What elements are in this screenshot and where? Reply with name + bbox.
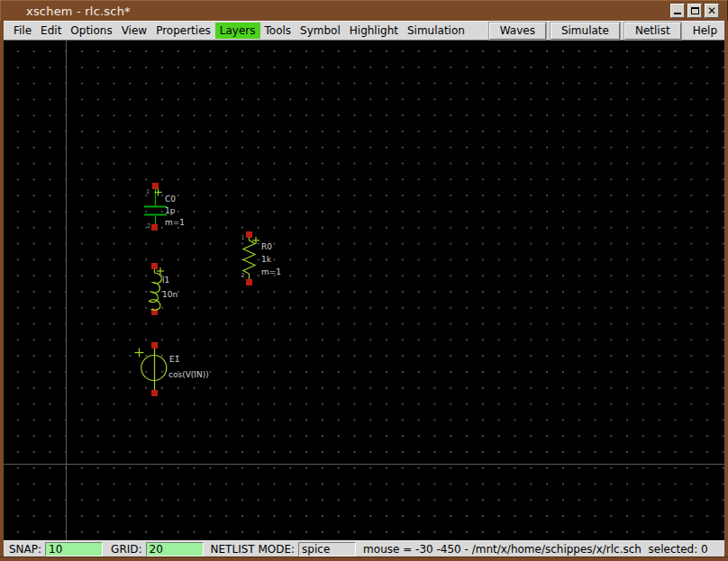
pin-number: 2 bbox=[147, 222, 150, 230]
component-value: 1k bbox=[261, 255, 272, 264]
plus-mark-icon bbox=[135, 348, 144, 357]
menu-symbol[interactable]: Symbol bbox=[296, 23, 345, 39]
component-value: 1p bbox=[165, 206, 176, 215]
component-inductor-l1[interactable]: l1 10n bbox=[150, 263, 178, 315]
inductor-coil bbox=[150, 269, 162, 310]
component-source-e1[interactable]: E1 cos(V(IN)) bbox=[135, 342, 209, 396]
component-ref: C0 bbox=[165, 195, 176, 204]
grid-label: GRID: bbox=[111, 543, 141, 556]
maximize-button[interactable] bbox=[687, 4, 702, 18]
menu-view[interactable]: View bbox=[117, 23, 151, 39]
pin-square bbox=[246, 231, 252, 238]
pin-number: 1 bbox=[146, 188, 150, 195]
pin-square bbox=[151, 263, 158, 269]
window-body: File Edit Options View Properties Layers… bbox=[0, 21, 728, 556]
snap-input[interactable]: 10 bbox=[45, 542, 103, 556]
component-ref: l1 bbox=[162, 276, 169, 285]
close-button[interactable]: ✕ bbox=[705, 4, 719, 18]
menu-action-buttons: Waves Simulate Netlist Help bbox=[489, 23, 724, 40]
netlist-button[interactable]: Netlist bbox=[624, 23, 681, 40]
component-capacitor-c0[interactable]: 1 2 C0 1p m=1 bbox=[144, 183, 185, 231]
mouse-status-text: mouse = -30 -450 - /mnt/x/home/schippes/… bbox=[363, 543, 708, 556]
menu-properties[interactable]: Properties bbox=[151, 23, 215, 39]
window-frame-bottom bbox=[0, 556, 728, 561]
menu-edit[interactable]: Edit bbox=[36, 23, 66, 39]
menu-help[interactable]: Help bbox=[686, 23, 723, 39]
pin-square bbox=[246, 279, 252, 285]
pin-square bbox=[151, 342, 158, 348]
component-ref: R0 bbox=[261, 242, 272, 251]
component-param: m=1 bbox=[165, 218, 185, 227]
maximize-icon bbox=[691, 7, 699, 14]
status-bar: SNAP: 10 GRID: 20 NETLIST MODE: spice mo… bbox=[4, 540, 724, 556]
pin-square bbox=[151, 390, 158, 396]
menu-simulation[interactable]: Simulation bbox=[403, 23, 469, 39]
schematic-svg: 1 2 C0 1p m=1 l1 10n bbox=[4, 41, 724, 540]
minimize-icon bbox=[674, 13, 681, 14]
pin-square bbox=[152, 183, 159, 189]
schematic-canvas[interactable]: 1 2 C0 1p m=1 l1 10n bbox=[4, 41, 724, 540]
close-icon: ✕ bbox=[707, 5, 716, 16]
window-controls: ✕ bbox=[670, 4, 719, 18]
component-param: m=1 bbox=[261, 267, 281, 276]
menu-tools[interactable]: Tools bbox=[260, 23, 296, 39]
menu-highlight[interactable]: Highlight bbox=[345, 23, 403, 39]
grid-input[interactable]: 20 bbox=[146, 542, 204, 556]
pin-number: 1 bbox=[241, 234, 245, 241]
component-resistor-r0[interactable]: 1 2 R0 1k m=1 bbox=[241, 231, 282, 285]
component-value: 10n bbox=[162, 290, 177, 299]
simulate-button[interactable]: Simulate bbox=[551, 23, 620, 40]
menu-options[interactable]: Options bbox=[66, 23, 116, 39]
netlist-mode-label: NETLIST MODE: bbox=[211, 543, 296, 556]
netlist-mode-input[interactable]: spice bbox=[298, 542, 356, 556]
waves-button[interactable]: Waves bbox=[489, 23, 546, 40]
title-bar[interactable]: xschem - rlc.sch* ✕ bbox=[0, 0, 728, 21]
menu-layers[interactable]: Layers bbox=[215, 23, 260, 39]
minimize-button[interactable] bbox=[670, 4, 685, 18]
pin-number: 2 bbox=[241, 272, 245, 279]
resistor-zigzag bbox=[243, 238, 255, 279]
menu-bar: File Edit Options View Properties Layers… bbox=[4, 21, 724, 41]
menu-file[interactable]: File bbox=[9, 23, 36, 39]
window-title: xschem - rlc.sch* bbox=[26, 5, 131, 18]
pin-square bbox=[151, 224, 158, 231]
source-symbol bbox=[141, 348, 167, 390]
xschem-window: xschem - rlc.sch* ✕ File Edit Options Vi… bbox=[0, 0, 728, 561]
component-ref: E1 bbox=[169, 355, 179, 364]
component-value: cos(V(IN)) bbox=[168, 370, 209, 379]
snap-label: SNAP: bbox=[9, 543, 41, 556]
